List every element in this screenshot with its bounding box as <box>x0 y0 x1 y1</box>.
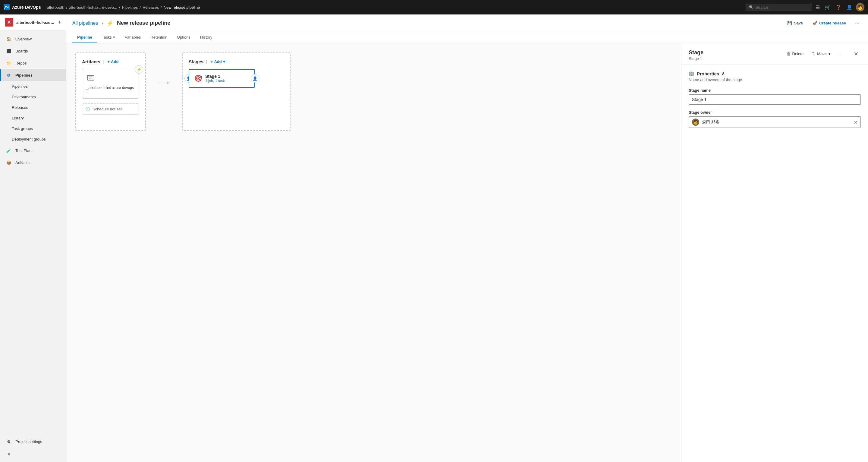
owner-clear-button[interactable]: ✕ <box>854 119 858 125</box>
create-release-button[interactable]: 🚀 Create release <box>809 19 849 27</box>
stage-card[interactable]: 🎯 Stage 1 1 job, 1 task <box>189 69 255 88</box>
tab-pipeline[interactable]: Pipeline <box>72 32 97 43</box>
artifact-type-icon <box>87 74 135 84</box>
stage-owner-field[interactable]: 🧑 森田 邦裕 ✕ <box>689 116 861 128</box>
right-panel: Stage Stage 1 🗑 Delete ⇅ Move ▾ <box>681 44 868 462</box>
stage-name-label: Stage name <box>689 88 861 93</box>
stage-jobs-link[interactable]: 1 job, 1 task <box>205 79 250 83</box>
sidebar-label-task-groups: Task groups <box>12 126 33 131</box>
sidebar-label-repos: Repos <box>16 61 27 65</box>
properties-section-header[interactable]: 🏢 Properties ∧ <box>689 71 861 76</box>
breadcrumb-item-3[interactable]: Pipelines <box>122 5 138 10</box>
stages-add-dropdown-icon: ▾ <box>223 59 225 64</box>
search-input[interactable] <box>755 5 809 10</box>
delete-stage-button[interactable]: 🗑 Delete <box>784 50 807 58</box>
user-avatar[interactable]: 🧑 <box>856 3 864 11</box>
sidebar-label-overview: Overview <box>16 37 32 41</box>
move-icon: ⇅ <box>812 52 815 56</box>
tab-options[interactable]: Options <box>172 32 195 43</box>
user-settings-icon[interactable]: 👤 <box>845 3 854 11</box>
help-icon[interactable]: ❓ <box>834 3 843 11</box>
sidebar-footer: ⚙ Project settings « <box>0 433 66 462</box>
panel-body: 🏢 Properties ∧ Name and owners of the st… <box>681 65 868 139</box>
sidebar-label-boards: Boards <box>16 49 28 53</box>
sidebar-collapse-button[interactable]: « <box>0 447 66 460</box>
stages-add-button[interactable]: + Add ▾ <box>211 59 225 64</box>
sidebar-item-artifacts[interactable]: 📦 Artifacts <box>0 156 66 169</box>
breadcrumb-item-1[interactable]: alterbooth <box>47 5 64 10</box>
sidebar-item-repos[interactable]: 📁 Repos <box>0 57 66 69</box>
panel-more-options-button[interactable]: ··· <box>836 50 845 58</box>
tasks-dropdown-icon: ▾ <box>113 35 115 39</box>
org-header: A alterbooth-hol-azure-... + <box>0 15 66 30</box>
canvas-area: Artifacts | + Add ⚡ <box>66 44 868 462</box>
tab-tasks[interactable]: Tasks ▾ <box>97 32 120 43</box>
stage-name-group: Stage name <box>689 88 861 105</box>
stage-name: Stage 1 <box>205 74 250 79</box>
all-pipelines-link[interactable]: All pipelines <box>72 21 98 26</box>
artifacts-section-title: Artifacts <box>82 59 100 64</box>
notifications-icon[interactable]: ☰ <box>814 3 821 11</box>
sidebar-subitem-environments[interactable]: Environments <box>0 92 66 102</box>
sidebar-label-test-plans: Test Plans <box>16 148 33 153</box>
sidebar-item-project-settings[interactable]: ⚙ Project settings <box>0 435 66 447</box>
sidebar-subitem-releases[interactable]: Releases <box>0 102 66 113</box>
sidebar-label-environments: Environments <box>12 95 36 99</box>
org-add-icon[interactable]: + <box>58 19 61 26</box>
artifacts-add-button[interactable]: + Add <box>107 59 119 64</box>
sidebar-subitem-deployment-groups[interactable]: Deployment groups <box>0 134 66 144</box>
artifact-trigger-icon[interactable]: ⚡ <box>135 65 143 74</box>
breadcrumb-item-5: New release pipeline <box>164 5 200 10</box>
breadcrumb-item-4[interactable]: Releases <box>143 5 159 10</box>
stage-owner-label: Stage owner <box>689 110 861 115</box>
tab-retention[interactable]: Retention <box>146 32 172 43</box>
app-logo: Azure DevOps <box>4 4 41 10</box>
search-box[interactable]: 🔍 <box>746 4 812 11</box>
breadcrumb: alterbooth / alterbooth-hol-azure-devo..… <box>47 5 743 10</box>
topbar: Azure DevOps alterbooth / alterbooth-hol… <box>0 0 868 15</box>
move-stage-button[interactable]: ⇅ Move ▾ <box>809 50 834 58</box>
panel-close-button[interactable]: ✕ <box>851 50 861 58</box>
stage-card-wrapper: 👤 🎯 Stage 1 1 job, 1 task 👤 <box>189 69 255 88</box>
properties-icon: 🏢 <box>689 71 694 76</box>
sidebar-label-library: Library <box>12 116 24 120</box>
sidebar-subitem-task-groups[interactable]: Task groups <box>0 123 66 134</box>
artifacts-icon: 📦 <box>6 160 12 166</box>
sidebar: A alterbooth-hol-azure-... + 🏠 Overview … <box>0 15 66 462</box>
sidebar-item-boards[interactable]: ⬛ Boards <box>0 45 66 57</box>
panel-subtitle: Stage 1 <box>689 56 780 61</box>
overview-icon: 🏠 <box>6 36 12 42</box>
properties-description: Name and owners of the stage <box>689 78 861 82</box>
header-actions: 💾 Save 🚀 Create release ··· <box>784 19 862 27</box>
tab-history[interactable]: History <box>195 32 217 43</box>
svg-rect-3 <box>89 78 91 79</box>
content-header: All pipelines › ⚡ New release pipeline 💾… <box>66 15 868 32</box>
artifact-card[interactable]: ⚡ _alterbooth-hol-azure-devops- <box>82 69 139 98</box>
pipeline-canvas: Artifacts | + Add ⚡ <box>66 44 681 462</box>
sidebar-item-pipelines[interactable]: ⚙ Pipelines <box>0 69 66 81</box>
sidebar-subitem-pipelines[interactable]: Pipelines <box>0 81 66 92</box>
stage-post-conditions-icon[interactable]: 👤 <box>251 74 259 83</box>
pipelines-icon: ⚙ <box>6 72 12 78</box>
panel-actions: 🗑 Delete ⇅ Move ▾ ··· <box>784 50 845 58</box>
sidebar-label-artifacts: Artifacts <box>16 161 30 165</box>
owner-name: 森田 邦裕 <box>702 119 850 125</box>
org-avatar: A <box>5 18 13 27</box>
basket-icon[interactable]: 🛒 <box>824 3 832 11</box>
pipeline-header-icon: ⚡ <box>107 20 113 27</box>
breadcrumb-item-2[interactable]: alterbooth-hol-azure-devo... <box>69 5 117 10</box>
tab-variables[interactable]: Variables <box>120 32 146 43</box>
more-options-button[interactable]: ··· <box>852 19 862 27</box>
tabs-bar: Pipeline Tasks ▾ Variables Retention Opt… <box>66 32 868 44</box>
schedule-box[interactable]: 🕐 Schedule not set <box>82 104 139 115</box>
boards-icon: ⬛ <box>6 48 12 54</box>
save-button[interactable]: 💾 Save <box>784 19 806 27</box>
stage-name-input[interactable] <box>689 94 861 105</box>
stages-section-title: Stages <box>189 59 204 64</box>
sidebar-nav: 🏠 Overview ⬛ Boards 📁 Repos ⚙ Pipelines … <box>0 30 66 171</box>
sidebar-item-overview[interactable]: 🏠 Overview <box>0 33 66 45</box>
add-stage-icon: + <box>211 59 213 64</box>
stage-owner-group: Stage owner 🧑 森田 邦裕 ✕ <box>689 110 861 128</box>
sidebar-item-test-plans[interactable]: 🧪 Test Plans <box>0 144 66 156</box>
sidebar-subitem-library[interactable]: Library <box>0 113 66 123</box>
